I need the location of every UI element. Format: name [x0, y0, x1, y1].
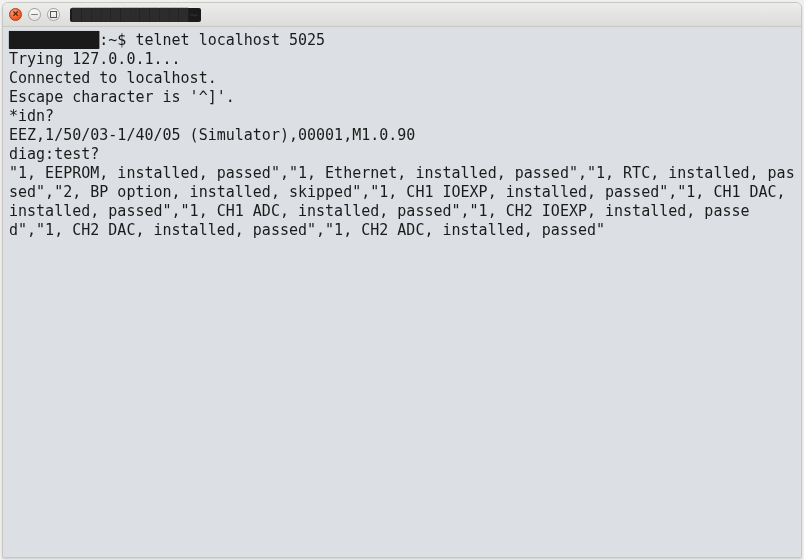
output-line: diag:test?: [9, 145, 99, 163]
terminal-area[interactable]: ██████████:~$ telnet localhost 5025 Tryi…: [3, 27, 801, 557]
prompt-suffix: :~$: [99, 31, 135, 49]
titlebar[interactable]: ████████████~: [3, 3, 801, 27]
terminal-window: ████████████~ ██████████:~$ telnet local…: [2, 2, 802, 558]
maximize-icon[interactable]: [47, 8, 60, 21]
output-line: Escape character is '^]'.: [9, 88, 235, 106]
output-line: Trying 127.0.0.1...: [9, 50, 181, 68]
command-text: telnet localhost 5025: [135, 31, 325, 49]
output-line: Connected to localhost.: [9, 69, 217, 87]
output-line: EEZ,1/50/03-1/40/05 (Simulator),00001,M1…: [9, 126, 415, 144]
terminal-output: ██████████:~$ telnet localhost 5025 Tryi…: [9, 31, 795, 240]
output-line: *idn?: [9, 107, 54, 125]
close-icon[interactable]: [9, 8, 22, 21]
prompt-host: ██████████: [9, 31, 99, 49]
window-title: ████████████~: [70, 8, 201, 22]
output-line: "1, EEPROM, installed, passed","1, Ether…: [9, 164, 795, 239]
minimize-icon[interactable]: [28, 8, 41, 21]
